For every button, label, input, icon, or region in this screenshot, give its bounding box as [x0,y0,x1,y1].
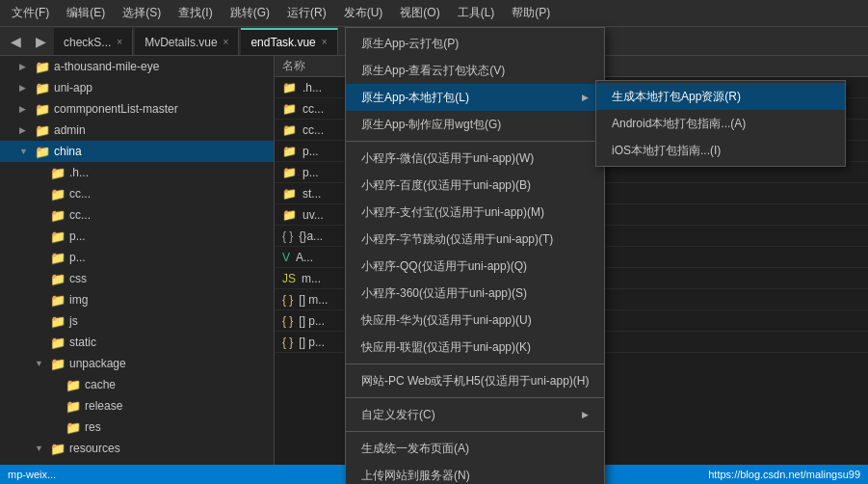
ctx-quickapp-huawei[interactable]: 快应用-华为(仅适用于uni-app)(U) [346,307,604,334]
ctx-separator-2 [346,363,604,364]
ctx-quickapp-union[interactable]: 快应用-联盟(仅适用于uni-app)(K) [346,334,604,361]
ctx-native-cloud[interactable]: 原生App-云打包(P) [346,30,604,57]
ctx-label: 原生App-云打包(P) [361,36,459,52]
ctx-custom-publish[interactable]: 自定义发行(C) ▶ [346,401,604,428]
ctx-label: 快应用-联盟(仅适用于uni-app)(K) [361,339,531,356]
ctx-native-local[interactable]: 原生App-本地打包(L) ▶ [346,84,604,111]
native-local-submenu: 生成本地打包App资源(R) Android本地打包指南...(A) iOS本地… [595,80,846,167]
ctx-label: Android本地打包指南...(A) [612,116,746,132]
ctx-label: 原生App-查看云打包状态(V) [361,63,505,79]
ctx-label: 网站-PC Web或手机H5(仅适用于uni-app)(H) [361,373,589,390]
ctx-native-cloud-status[interactable]: 原生App-查看云打包状态(V) [346,57,604,84]
ctx-label: 生成本地打包App资源(R) [612,89,741,105]
ctx-label: 小程序-支付宝(仅适用于uni-app)(M) [361,204,544,221]
ctx-separator-4 [346,431,604,432]
ctx-label: 原生App-本地打包(L) [361,90,469,106]
ctx-web-h5[interactable]: 网站-PC Web或手机H5(仅适用于uni-app)(H) [346,367,604,394]
ctx-label: 自定义发行(C) [361,407,435,423]
ctx-label: iOS本地打包指南...(I) [612,143,721,159]
ctx-label: 小程序-字节跳动(仅适用于uni-app)(T) [361,231,553,248]
ctx-separator-1 [346,141,604,142]
ctx-label: 上传网站到服务器(N) [361,468,470,484]
ctx-android-guide[interactable]: Android本地打包指南...(A) [596,110,845,137]
ctx-native-wgt[interactable]: 原生App-制作应用wgt包(G) [346,111,604,138]
ctx-miniapp-bytedance[interactable]: 小程序-字节跳动(仅适用于uni-app)(T) [346,226,604,253]
ctx-miniapp-360[interactable]: 小程序-360(仅适用于uni-app)(S) [346,280,604,307]
ctx-label: 原生App-制作应用wgt包(G) [361,117,501,133]
ctx-label: 小程序-360(仅适用于uni-app)(S) [361,285,527,302]
ctx-miniapp-wechat[interactable]: 小程序-微信(仅适用于uni-app)(W) [346,145,604,172]
ctx-upload-server[interactable]: 上传网站到服务器(N) [346,462,604,484]
ctx-ios-guide[interactable]: iOS本地打包指南...(I) [596,137,845,164]
ctx-miniapp-qq[interactable]: 小程序-QQ(仅适用于uni-app)(Q) [346,253,604,280]
ctx-label: 生成统一发布页面(A) [361,441,469,457]
ctx-label: 小程序-QQ(仅适用于uni-app)(Q) [361,258,527,275]
ctx-label: 小程序-微信(仅适用于uni-app)(W) [361,150,534,167]
ctx-generate-page[interactable]: 生成统一发布页面(A) [346,435,604,462]
menu-overlay[interactable]: 原生App-云打包(P) 原生App-查看云打包状态(V) 原生App-本地打包… [0,0,868,484]
ctx-miniapp-baidu[interactable]: 小程序-百度(仅适用于uni-app)(B) [346,172,604,199]
submenu-arrow-icon: ▶ [582,93,589,102]
ctx-label: 小程序-百度(仅适用于uni-app)(B) [361,177,531,194]
ctx-label: 快应用-华为(仅适用于uni-app)(U) [361,312,532,329]
ctx-separator-3 [346,397,604,398]
publish-context-menu: 原生App-云打包(P) 原生App-查看云打包状态(V) 原生App-本地打包… [345,27,605,484]
ctx-miniapp-alipay[interactable]: 小程序-支付宝(仅适用于uni-app)(M) [346,199,604,226]
ctx-gen-local-res[interactable]: 生成本地打包App资源(R) [596,83,845,110]
submenu-arrow-icon: ▶ [582,410,589,419]
